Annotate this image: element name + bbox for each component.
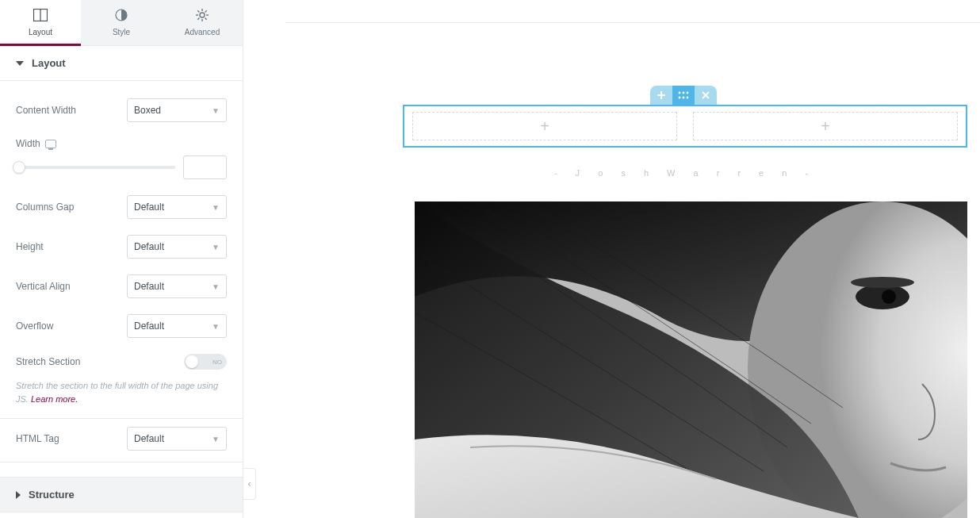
layout-icon: [33, 9, 48, 25]
content-image: [415, 201, 967, 518]
svg-point-26: [851, 277, 914, 288]
section-title: Structure: [29, 489, 75, 501]
svg-line-10: [197, 18, 199, 20]
plus-icon: +: [540, 117, 549, 136]
select-value: Default: [134, 433, 164, 444]
select-content-width[interactable]: Boxed ▼: [127, 98, 227, 122]
svg-point-17: [679, 97, 681, 99]
select-columns-gap[interactable]: Default ▼: [127, 195, 227, 219]
width-slider[interactable]: [16, 166, 175, 169]
toggle-state: NO: [212, 359, 222, 366]
select-value: Default: [134, 281, 164, 292]
select-vertical-align[interactable]: Default ▼: [127, 274, 227, 298]
column-2[interactable]: +: [693, 112, 958, 140]
chevron-down-icon: ▼: [212, 203, 220, 212]
toggle-stretch-section[interactable]: NO: [184, 354, 227, 370]
svg-point-16: [687, 92, 689, 94]
caret-right-icon: [16, 491, 21, 499]
add-section-button[interactable]: [650, 86, 672, 105]
control-vertical-align: Vertical Align Default ▼: [0, 267, 243, 306]
column-1[interactable]: +: [412, 112, 677, 140]
width-input[interactable]: [183, 155, 227, 179]
tab-layout[interactable]: Layout: [0, 0, 81, 45]
svg-line-9: [205, 18, 207, 20]
svg-point-3: [200, 13, 205, 17]
toggle-knob: [186, 355, 198, 368]
slider-thumb[interactable]: [13, 161, 25, 174]
plus-icon: +: [821, 117, 830, 136]
tab-label: Layout: [29, 28, 52, 36]
select-html-tag[interactable]: Default ▼: [127, 427, 227, 451]
select-height[interactable]: Default ▼: [127, 235, 227, 259]
panel-collapse-handle[interactable]: ‹: [243, 468, 256, 500]
svg-point-19: [687, 97, 689, 99]
control-height: Height Default ▼: [0, 227, 243, 267]
control-stretch-section: Stretch Section NO: [0, 346, 243, 378]
label-vertical-align: Vertical Align: [16, 281, 117, 292]
control-width-slider: [0, 151, 243, 187]
section-layout-header[interactable]: Layout: [0, 46, 243, 81]
section-title: Layout: [32, 57, 66, 69]
caret-down-icon: [16, 61, 24, 66]
label-height: Height: [16, 241, 117, 252]
edit-section-button[interactable]: [672, 86, 695, 105]
label-columns-gap: Columns Gap: [16, 201, 117, 213]
signature-text: - J o s h W a r r e n -: [403, 168, 967, 178]
section-structure-header[interactable]: Structure: [0, 477, 243, 512]
stretch-help-text: Stretch the section to the full width of…: [0, 378, 243, 419]
control-columns-gap: Columns Gap Default ▼: [0, 187, 243, 227]
label-html-tag: HTML Tag: [16, 433, 117, 444]
device-icon[interactable]: [45, 140, 56, 148]
select-value: Boxed: [134, 105, 161, 116]
divider: [285, 22, 980, 23]
select-value: Default: [134, 201, 164, 213]
select-value: Default: [134, 241, 164, 252]
chevron-down-icon: ▼: [212, 322, 220, 331]
gear-icon: [196, 9, 209, 25]
svg-point-25: [882, 290, 896, 304]
label-width: Width: [16, 138, 117, 149]
learn-more-link[interactable]: Learn more.: [31, 394, 78, 404]
style-icon: [115, 9, 128, 25]
delete-section-button[interactable]: [695, 86, 717, 105]
svg-line-11: [205, 10, 207, 12]
section-layout-body: Content Width Boxed ▼ Width Columns Gap: [0, 81, 243, 477]
svg-point-14: [679, 92, 681, 94]
label-stretch-section: Stretch Section: [16, 356, 174, 367]
chevron-down-icon: ▼: [212, 282, 220, 291]
svg-point-18: [683, 97, 685, 99]
control-html-tag: HTML Tag Default ▼: [0, 419, 243, 462]
svg-line-8: [197, 10, 199, 12]
panel-tabs: Layout Style Advanced: [0, 0, 243, 46]
section-outline: + +: [403, 105, 967, 148]
svg-point-15: [683, 92, 685, 94]
control-content-width: Content Width Boxed ▼: [0, 90, 243, 130]
label-content-width: Content Width: [16, 105, 117, 116]
chevron-down-icon: ▼: [212, 243, 220, 251]
tab-advanced[interactable]: Advanced: [162, 0, 243, 45]
section-handles: [650, 86, 717, 105]
tab-label: Advanced: [185, 28, 220, 36]
tab-label: Style: [113, 28, 130, 36]
control-width: Width: [0, 130, 243, 151]
tab-style[interactable]: Style: [81, 0, 162, 45]
select-value: Default: [134, 320, 164, 332]
chevron-down-icon: ▼: [212, 435, 220, 443]
control-overflow: Overflow Default ▼: [0, 306, 243, 346]
chevron-left-icon: ‹: [248, 478, 251, 489]
label-overflow: Overflow: [16, 320, 117, 332]
select-overflow[interactable]: Default ▼: [127, 314, 227, 338]
sidebar-panel: Layout Style Advanced Layout Content Wid…: [0, 0, 243, 518]
chevron-down-icon: ▼: [212, 106, 220, 115]
